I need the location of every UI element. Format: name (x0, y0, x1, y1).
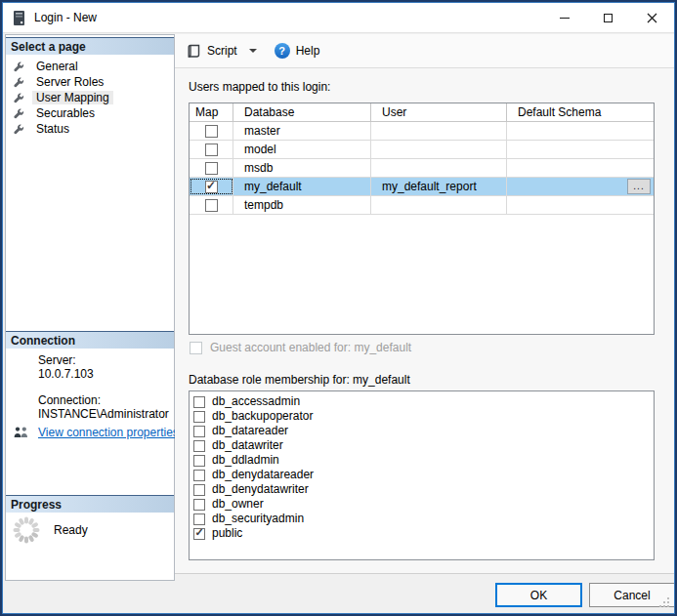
default-schema-cell[interactable] (507, 196, 654, 214)
maximize-button[interactable] (586, 3, 630, 32)
sidebar: Select a page General Server Roles User … (5, 34, 175, 581)
role-item-db-ddladmin[interactable]: db_ddladmin (190, 453, 654, 468)
role-checkbox[interactable] (193, 455, 205, 467)
connection-value: INSTANCE\Administrator (38, 407, 169, 421)
role-checkbox[interactable] (193, 484, 205, 496)
role-checkbox[interactable] (193, 411, 205, 423)
script-button[interactable]: Script (207, 44, 237, 58)
connection-header: Connection (6, 331, 174, 349)
title-bar: Login - New (3, 3, 674, 33)
sidebar-item-status[interactable]: Status (6, 121, 174, 137)
column-header-map: Map (190, 103, 233, 121)
role-checkbox[interactable] (193, 499, 205, 511)
default-schema-cell[interactable] (507, 122, 654, 140)
map-checkbox[interactable] (205, 199, 218, 212)
table-row-master[interactable]: master (190, 122, 654, 141)
role-checkbox[interactable] (193, 426, 205, 437)
role-item-db-accessadmin[interactable]: db_accessadmin (190, 394, 654, 409)
view-connection-properties-link[interactable]: View connection properties (38, 426, 179, 439)
default-schema-cell[interactable] (507, 159, 654, 177)
role-label: db_ddladmin (212, 454, 279, 467)
role-item-db-backupoperator[interactable]: db_backupoperator (190, 409, 654, 424)
role-label: db_backupoperator (212, 410, 313, 423)
map-checkbox[interactable] (205, 125, 218, 138)
sidebar-item-label: Server Roles (32, 75, 107, 89)
role-item-db-datawriter[interactable]: db_datawriter (190, 438, 654, 453)
progress-status: Ready (54, 523, 88, 537)
map-checkbox[interactable] (205, 162, 218, 175)
role-item-db-securityadmin[interactable]: db_securityadmin (190, 512, 654, 526)
column-header-database: Database (233, 103, 371, 121)
toolbar: Script ? Help (175, 34, 676, 68)
browse-schema-button[interactable]: ... (627, 179, 651, 194)
guest-account-checkbox (190, 342, 202, 354)
database-cell: model (233, 141, 371, 158)
window-controls (542, 3, 674, 32)
map-cell-focused (190, 178, 233, 195)
view-connection-properties-row: View connection properties (13, 426, 179, 439)
map-cell (190, 122, 233, 140)
main-panel: Script ? Help Users mapped to this login… (175, 34, 676, 574)
sidebar-item-server-roles[interactable]: Server Roles (6, 74, 174, 90)
sidebar-item-user-mapping[interactable]: User Mapping (6, 90, 174, 105)
user-cell[interactable] (371, 122, 507, 140)
page-list: General Server Roles User Mapping Secura… (6, 59, 174, 137)
table-row-model[interactable]: model (190, 141, 654, 159)
progress-title: Progress (11, 498, 62, 512)
role-checkbox[interactable] (193, 528, 205, 540)
map-cell (190, 196, 233, 214)
database-cell: my_default (233, 178, 371, 195)
wrench-icon (13, 123, 25, 136)
users-mapped-label: Users mapped to this login: (189, 80, 330, 94)
sidebar-item-general[interactable]: General (6, 59, 174, 74)
people-icon (13, 426, 29, 439)
role-checkbox[interactable] (193, 440, 205, 452)
script-dropdown-icon[interactable] (249, 49, 257, 53)
role-item-db-denydatareader[interactable]: db_denydatareader (190, 468, 654, 482)
resize-grip[interactable] (658, 596, 670, 608)
progress-spinner-icon (12, 515, 41, 545)
map-checkbox[interactable] (205, 181, 218, 193)
wrench-icon (13, 61, 25, 73)
default-schema-cell[interactable] (507, 141, 654, 158)
map-cell (190, 141, 233, 158)
role-membership-list[interactable]: db_accessadmin db_backupoperator db_data… (189, 390, 655, 560)
role-checkbox[interactable] (193, 396, 205, 408)
close-button[interactable] (630, 3, 674, 32)
role-label: db_securityadmin (212, 513, 304, 525)
sidebar-item-securables[interactable]: Securables (6, 105, 174, 121)
table-row-tempdb[interactable]: tempdb (190, 196, 654, 215)
guest-account-row: Guest account enabled for: my_default (190, 341, 411, 354)
sidebar-item-label: User Mapping (32, 91, 113, 104)
sidebar-item-label: Status (32, 122, 73, 136)
role-item-db-denydatawriter[interactable]: db_denydatawriter (190, 482, 654, 497)
help-button[interactable]: Help (296, 44, 320, 58)
users-mapped-table: Map Database User Default Schema master … (189, 103, 655, 335)
user-cell[interactable] (371, 159, 507, 177)
user-cell[interactable]: my_default_report (371, 178, 507, 195)
user-cell[interactable] (371, 141, 507, 158)
select-a-page-header: Select a page (6, 37, 174, 55)
server-label: Server: (38, 353, 76, 367)
minimize-button[interactable] (542, 3, 586, 32)
role-item-public[interactable]: public (190, 526, 654, 541)
role-checkbox[interactable] (193, 470, 205, 481)
default-schema-cell[interactable]: ... (507, 178, 654, 195)
column-header-default-schema: Default Schema (507, 103, 654, 121)
role-label: db_owner (212, 498, 264, 511)
role-label: db_denydatawriter (212, 483, 309, 496)
role-item-db-datareader[interactable]: db_datareader (190, 424, 654, 438)
table-row-my-default[interactable]: my_default my_default_report ... (190, 178, 654, 196)
window-title: Login - New (34, 11, 97, 24)
guest-account-label: Guest account enabled for: my_default (210, 341, 411, 354)
role-item-db-owner[interactable]: db_owner (190, 497, 654, 512)
ok-button[interactable]: OK (495, 583, 582, 607)
role-label: db_datareader (212, 425, 288, 437)
role-label: db_denydatareader (212, 469, 314, 481)
map-checkbox[interactable] (205, 144, 218, 156)
role-checkbox[interactable] (193, 513, 205, 525)
table-row-msdb[interactable]: msdb (190, 159, 654, 178)
database-cell: msdb (233, 159, 371, 177)
connection-label: Connection: (38, 393, 101, 407)
user-cell[interactable] (371, 196, 507, 214)
